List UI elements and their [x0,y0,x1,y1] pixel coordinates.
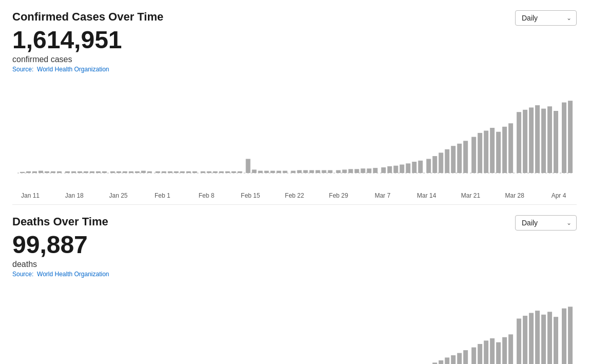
svg-rect-3 [32,171,37,173]
svg-rect-42 [283,170,288,173]
svg-rect-76 [502,127,507,173]
svg-rect-4 [39,170,43,173]
svg-rect-17 [123,171,127,173]
confirmed-cases-chart [12,77,577,190]
deaths-dropdown[interactable]: Daily Weekly Cumulative [515,215,577,231]
confirmed-cases-svg [12,77,577,190]
deaths-dropdown-wrapper: Daily Weekly Cumulative ⌄ [515,215,577,231]
svg-rect-65 [432,156,437,173]
svg-rect-77 [508,123,513,173]
svg-rect-66 [439,152,443,173]
svg-rect-161 [490,338,495,364]
svg-rect-156 [457,353,462,364]
svg-rect-171 [554,317,558,364]
confirmed-cases-dropdown[interactable]: Daily Weekly Cumulative [515,10,577,26]
confirmed-cases-title: Confirmed Cases Over Time [12,10,577,24]
confirmed-cases-dropdown-wrapper: Daily Weekly Cumulative ⌄ [515,10,577,26]
svg-rect-33 [225,171,230,173]
svg-rect-10 [78,171,82,173]
svg-rect-162 [496,342,501,364]
svg-rect-153 [439,360,443,364]
svg-rect-57 [381,167,386,173]
svg-rect-13 [96,171,101,173]
date-label: Mar 7 [365,192,401,199]
svg-rect-20 [141,170,146,173]
svg-rect-26 [180,171,185,173]
date-label: Feb 22 [277,192,313,199]
svg-rect-168 [535,311,540,364]
svg-rect-170 [547,312,552,364]
svg-rect-165 [517,318,521,364]
svg-rect-84 [554,111,558,173]
svg-rect-21 [147,171,152,173]
svg-rect-2 [26,171,31,173]
svg-rect-164 [508,334,513,364]
svg-rect-11 [84,171,88,173]
svg-rect-53 [354,169,359,173]
svg-rect-5 [45,171,49,173]
svg-rect-16 [117,171,121,173]
confirmed-cases-label: confirmed cases [12,55,577,64]
date-label: Apr 4 [541,192,577,199]
confirmed-cases-source: Source: World Health Organization [12,66,577,73]
svg-rect-81 [535,105,540,173]
svg-rect-36 [246,159,251,173]
svg-rect-83 [547,106,552,173]
svg-rect-6 [51,171,55,173]
svg-rect-158 [471,347,476,364]
svg-rect-154 [445,357,449,364]
svg-rect-74 [490,128,495,173]
svg-rect-7 [57,171,62,173]
svg-rect-49 [328,170,332,173]
svg-rect-47 [315,170,320,173]
svg-rect-41 [277,170,281,173]
svg-rect-32 [219,171,224,173]
svg-rect-22 [156,171,160,173]
deaths-count: 99,887 [12,232,577,259]
date-label: Mar 14 [409,192,445,199]
svg-rect-73 [484,130,488,173]
svg-rect-39 [264,170,269,173]
svg-rect-62 [412,162,416,173]
svg-rect-14 [102,171,107,173]
svg-rect-30 [207,171,212,173]
svg-rect-75 [496,131,501,173]
svg-rect-29 [201,171,205,173]
svg-rect-31 [213,171,218,173]
confirmed-cases-dropdown-container: Daily Weekly Cumulative ⌄ [515,10,577,26]
svg-rect-86 [568,101,573,173]
date-label: Jan 25 [101,192,137,199]
deaths-source: Source: World Health Organization [12,271,577,278]
svg-rect-19 [135,171,140,173]
svg-rect-15 [110,171,115,173]
svg-rect-159 [478,344,482,364]
svg-rect-60 [400,164,404,173]
confirmed-cases-count: 1,614,951 [12,27,577,54]
svg-rect-166 [523,316,527,364]
date-label: Jan 11 [12,192,48,199]
svg-rect-56 [373,168,377,173]
svg-rect-64 [426,159,431,173]
confirmed-cases-section: Confirmed Cases Over Time 1,614,951 conf… [0,0,589,204]
svg-rect-9 [71,171,76,173]
svg-rect-173 [568,306,573,364]
date-label: Feb 15 [233,192,269,199]
svg-rect-172 [562,308,566,364]
svg-rect-160 [484,340,488,364]
svg-rect-45 [303,170,308,173]
svg-rect-8 [65,171,70,173]
svg-rect-169 [541,314,546,364]
deaths-svg [12,282,577,364]
deaths-chart [12,282,577,364]
svg-rect-27 [186,171,191,173]
svg-rect-40 [271,170,275,173]
svg-rect-82 [541,108,546,173]
svg-rect-80 [529,107,534,173]
svg-rect-58 [387,166,392,173]
date-label: Feb 1 [144,192,180,199]
date-label: Feb 8 [188,192,224,199]
svg-rect-59 [393,165,398,173]
svg-rect-48 [321,170,326,173]
svg-rect-46 [309,170,314,173]
svg-rect-167 [529,313,534,364]
